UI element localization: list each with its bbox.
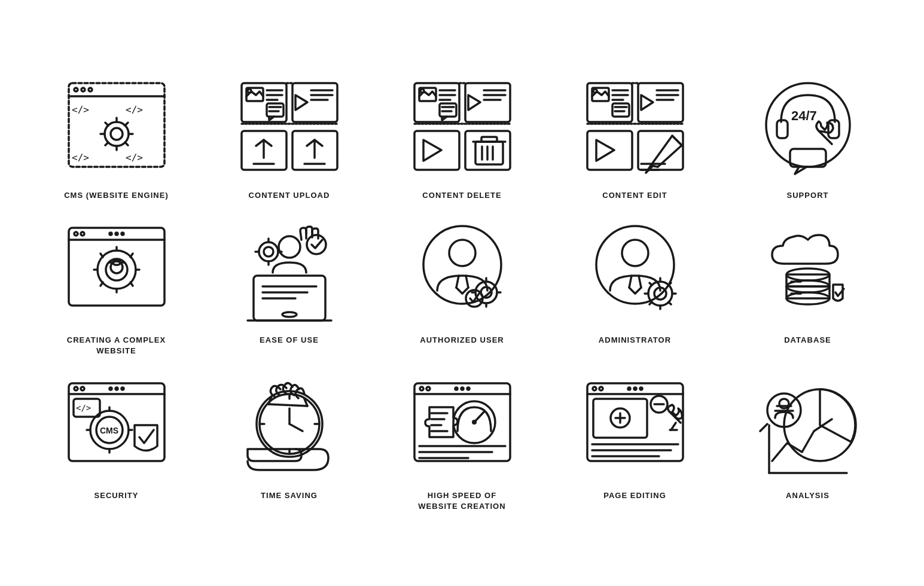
icon-cell-content-edit: CONTENT EDIT	[554, 74, 715, 201]
svg-line-15	[105, 123, 108, 126]
svg-point-2	[74, 88, 78, 91]
svg-point-142	[622, 240, 648, 266]
svg-line-109	[130, 282, 133, 286]
content-edit-icon	[575, 74, 695, 182]
svg-point-10	[111, 128, 123, 140]
svg-line-187	[289, 424, 303, 431]
svg-text:</>: </>	[76, 403, 91, 413]
svg-point-125	[264, 247, 273, 257]
content-delete-icon	[402, 74, 522, 182]
svg-marker-81	[596, 140, 614, 161]
svg-point-98	[81, 232, 84, 236]
svg-point-194	[455, 387, 458, 390]
svg-line-224	[671, 423, 676, 430]
svg-point-167	[81, 387, 84, 390]
svg-point-101	[121, 233, 124, 235]
svg-line-132	[456, 276, 459, 288]
icon-cell-security: </> CMS SECURITY	[36, 374, 197, 512]
icon-cell-ease-of-use: EASE OF USE	[209, 219, 370, 356]
svg-line-111	[100, 282, 103, 286]
complex-website-icon	[57, 219, 176, 326]
svg-rect-75	[638, 83, 683, 122]
svg-point-168	[109, 387, 112, 390]
svg-point-131	[449, 240, 475, 266]
administrator-icon	[575, 219, 695, 326]
analysis-label: ANALYSIS	[786, 490, 830, 501]
cms-icon: </> </> </> </>	[57, 74, 176, 182]
high-speed-icon	[402, 374, 522, 482]
svg-text:</>: </>	[72, 152, 89, 163]
svg-line-151	[649, 283, 652, 285]
svg-line-152	[669, 302, 671, 304]
svg-point-122	[279, 236, 300, 258]
svg-line-230	[760, 424, 767, 431]
svg-point-212	[634, 387, 636, 390]
time-saving-label: TIME SAVING	[261, 490, 318, 501]
svg-text:</>: </>	[72, 104, 89, 115]
svg-marker-29	[295, 95, 307, 110]
svg-line-144	[639, 276, 641, 288]
svg-point-210	[599, 387, 603, 390]
svg-point-213	[640, 387, 642, 390]
svg-rect-58	[475, 142, 503, 164]
svg-line-17	[125, 123, 128, 126]
icon-cell-complex-website: CREATING A COMPLEXWEBSITE	[36, 219, 197, 356]
administrator-label: ADMINISTRATOR	[599, 335, 671, 346]
icon-cell-time-saving: TIME SAVING	[209, 374, 370, 512]
support-label: SUPPORT	[786, 190, 828, 201]
svg-text:CMS: CMS	[100, 426, 118, 435]
icon-cell-analysis: ANALYSIS	[727, 374, 888, 512]
svg-point-21	[248, 89, 251, 93]
svg-marker-56	[423, 140, 441, 161]
support-icon: 24/7	[748, 74, 868, 182]
svg-point-195	[461, 387, 463, 390]
icon-grid: </> </> </> </> CMS (WEBSITE ENGINE)	[0, 50, 924, 536]
svg-point-196	[467, 387, 469, 390]
ease-of-use-label: EASE OF USE	[260, 335, 319, 346]
icon-cell-content-delete: CONTENT DELETE	[382, 74, 542, 201]
svg-point-43	[420, 89, 424, 93]
svg-point-211	[628, 387, 630, 390]
svg-rect-55	[414, 131, 459, 170]
svg-text:</>: </>	[126, 152, 143, 163]
svg-point-118	[282, 312, 297, 317]
svg-point-97	[74, 232, 78, 236]
svg-rect-28	[292, 83, 337, 122]
security-label: SECURITY	[94, 490, 138, 501]
svg-line-108	[100, 254, 103, 257]
icon-cell-administrator: ADMINISTRATOR	[554, 219, 715, 356]
svg-point-166	[74, 387, 78, 390]
svg-text:</>: </>	[126, 104, 143, 115]
svg-point-123	[307, 235, 326, 254]
svg-point-100	[115, 233, 118, 235]
database-label: DATABASE	[784, 335, 831, 346]
svg-point-124	[259, 242, 278, 261]
svg-rect-72	[612, 103, 629, 117]
svg-rect-90	[777, 120, 788, 138]
analysis-icon	[748, 374, 868, 482]
ease-of-use-icon	[230, 219, 349, 326]
complex-website-label: CREATING A COMPLEXWEBSITE	[67, 335, 166, 356]
icon-cell-database: DATABASE	[727, 219, 888, 356]
svg-line-143	[629, 276, 632, 288]
svg-point-193	[426, 387, 430, 390]
svg-line-154	[649, 302, 652, 304]
svg-point-141	[596, 226, 674, 304]
svg-line-16	[125, 142, 128, 145]
icon-cell-authorized-user: AUTHORIZED USER	[382, 219, 542, 356]
authorized-user-icon	[402, 219, 522, 326]
time-saving-icon	[230, 374, 349, 482]
svg-point-170	[121, 387, 124, 390]
svg-point-130	[423, 226, 501, 304]
svg-point-4	[89, 88, 92, 91]
icon-cell-content-upload: CONTENT UPLOAD	[209, 74, 370, 201]
page-editing-label: PAGE EDITING	[603, 490, 666, 501]
icon-cell-high-speed: HIGH SPEED OFWEBSITE CREATION	[382, 374, 542, 512]
page-editing-icon	[575, 374, 695, 482]
svg-line-18	[105, 142, 108, 145]
content-delete-label: CONTENT DELETE	[422, 190, 501, 201]
svg-line-84	[651, 166, 658, 167]
svg-line-110	[130, 254, 133, 257]
content-upload-icon	[230, 74, 349, 182]
svg-point-68	[593, 89, 597, 93]
